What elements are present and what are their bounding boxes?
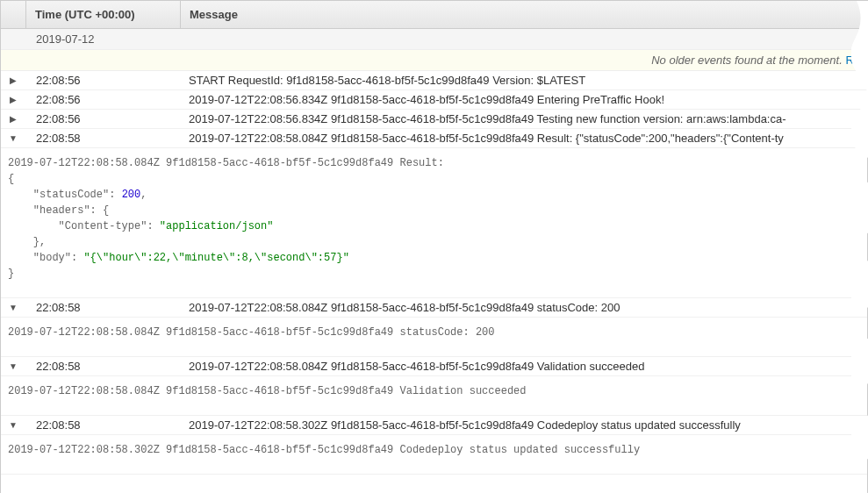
log-message: 2019-07-12T22:08:58.084Z 9f1d8158-5acc-4… xyxy=(180,301,867,314)
log-time: 22:08:58 xyxy=(25,418,180,432)
expand-toggle[interactable]: ▶ xyxy=(1,93,25,104)
log-time: 22:08:58 xyxy=(25,360,180,373)
log-message: 2019-07-12T22:08:56.834Z 9f1d8158-5acc-4… xyxy=(180,112,867,125)
torn-bottom-edge xyxy=(1,475,867,493)
log-row[interactable]: ▶ 22:08:56 2019-07-12T22:08:56.834Z 9f1d… xyxy=(1,90,867,110)
collapse-toggle[interactable]: ▼ xyxy=(1,132,25,143)
log-row[interactable]: ▶ 22:08:56 START RequestId: 9f1d8158-5ac… xyxy=(1,71,867,90)
log-row[interactable]: ▼ 22:08:58 2019-07-12T22:08:58.084Z 9f1d… xyxy=(1,298,867,318)
log-detail: 2019-07-12T22:08:58.302Z 9f1d8158-5acc-4… xyxy=(1,435,867,475)
log-message: 2019-07-12T22:08:58.084Z 9f1d8158-5acc-4… xyxy=(180,360,867,373)
header-message[interactable]: Message xyxy=(180,1,867,28)
log-time: 22:08:58 xyxy=(25,132,180,145)
log-message: 2019-07-12T22:08:56.834Z 9f1d8158-5acc-4… xyxy=(180,93,867,106)
detail-prefix: 2019-07-12T22:08:58.084Z 9f1d8158-5acc-4… xyxy=(8,157,444,169)
date-group: 2019-07-12 xyxy=(1,29,867,50)
log-time: 22:08:56 xyxy=(25,74,180,87)
log-row[interactable]: ▶ 22:08:56 2019-07-12T22:08:56.834Z 9f1d… xyxy=(1,110,867,129)
json-number: 200 xyxy=(122,189,141,201)
json-string: "{\"hour\":22,\"minute\":8,\"second\":57… xyxy=(83,252,348,264)
expand-toggle[interactable]: ▶ xyxy=(1,74,25,85)
expand-toggle[interactable]: ▶ xyxy=(1,112,25,124)
log-time: 22:08:58 xyxy=(25,301,180,314)
log-row[interactable]: ▼ 22:08:58 2019-07-12T22:08:58.084Z 9f1d… xyxy=(1,357,867,376)
log-viewer: Time (UTC +00:00) Message 2019-07-12 No … xyxy=(0,0,868,493)
log-time: 22:08:56 xyxy=(25,93,180,106)
log-detail-json: 2019-07-12T22:08:58.084Z 9f1d8158-5acc-4… xyxy=(1,148,867,298)
retry-link[interactable]: Re xyxy=(845,54,860,67)
log-time: 22:08:56 xyxy=(25,112,180,125)
collapse-toggle[interactable]: ▼ xyxy=(1,418,25,430)
banner-text: No older events found at the moment. xyxy=(651,54,845,67)
log-row[interactable]: ▼ 22:08:58 2019-07-12T22:08:58.302Z 9f1d… xyxy=(1,416,867,435)
log-message: 2019-07-12T22:08:58.302Z 9f1d8158-5acc-4… xyxy=(180,418,867,432)
log-detail: 2019-07-12T22:08:58.084Z 9f1d8158-5acc-4… xyxy=(1,376,867,416)
log-detail: 2019-07-12T22:08:58.084Z 9f1d8158-5acc-4… xyxy=(1,318,867,357)
log-message: 2019-07-12T22:08:58.084Z 9f1d8158-5acc-4… xyxy=(180,132,867,145)
log-row[interactable]: ▼ 22:08:58 2019-07-12T22:08:58.084Z 9f1d… xyxy=(1,129,867,148)
log-message: START RequestId: 9f1d8158-5acc-4618-bf5f… xyxy=(180,74,867,87)
collapse-toggle[interactable]: ▼ xyxy=(1,301,25,312)
json-string: "application/json" xyxy=(160,220,274,232)
no-older-events-banner: No older events found at the moment. Re xyxy=(1,50,867,71)
header-time[interactable]: Time (UTC +00:00) xyxy=(25,1,180,28)
collapse-toggle[interactable]: ▼ xyxy=(1,360,25,371)
table-header: Time (UTC +00:00) Message xyxy=(1,1,867,29)
